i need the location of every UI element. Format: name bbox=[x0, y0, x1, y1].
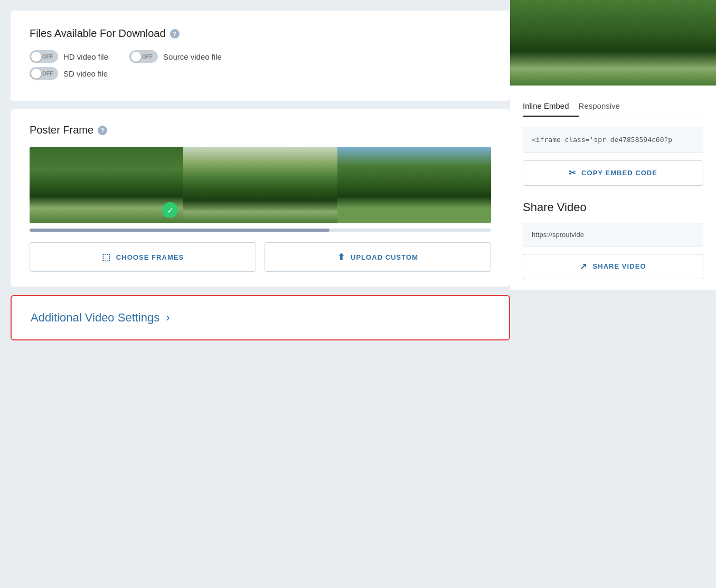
share-url-box: https://sproutvide bbox=[523, 223, 703, 246]
source-toggle-knob bbox=[131, 52, 141, 62]
choose-frames-button[interactable]: ⬚ CHOOSE FRAMES bbox=[30, 242, 256, 272]
chevron-right-icon: › bbox=[166, 311, 169, 325]
additional-settings-title-text: Additional Video Settings bbox=[31, 311, 159, 325]
poster-frame-card: Poster Frame ? ✓ ⬚ CHOOSE FRAMES bbox=[11, 109, 510, 287]
embed-tabs: Inline Embed Responsive bbox=[523, 96, 703, 117]
sidebar-video-preview bbox=[510, 0, 716, 86]
frame-thumb-1[interactable]: ✓ bbox=[30, 147, 183, 223]
sidebar-panel: Inline Embed Responsive <iframe class='s… bbox=[510, 86, 716, 290]
files-available-card: Files Available For Download ? OFF HD vi… bbox=[11, 11, 510, 101]
poster-frame-help-icon[interactable]: ? bbox=[98, 126, 107, 135]
upload-custom-icon: ⬆ bbox=[337, 252, 345, 263]
copy-embed-button[interactable]: COPY EMBED CODE bbox=[523, 160, 703, 186]
upload-custom-label: UPLOAD CUSTOM bbox=[351, 253, 418, 261]
hd-video-toggle[interactable]: OFF bbox=[30, 50, 58, 63]
toggle-item-source: OFF Source video file bbox=[129, 50, 222, 63]
toggle-row-2: OFF SD video file bbox=[30, 67, 491, 80]
inline-embed-tab-label: Inline Embed bbox=[523, 101, 569, 110]
source-video-toggle[interactable]: OFF bbox=[129, 50, 158, 63]
video-preview-image bbox=[510, 0, 716, 86]
sd-video-label: SD video file bbox=[63, 69, 108, 78]
embed-code-text: <iframe class='spr de47858594c60?p bbox=[532, 136, 672, 144]
sd-toggle-knob bbox=[31, 69, 41, 79]
hd-toggle-label: OFF bbox=[42, 54, 53, 60]
right-sidebar: Inline Embed Responsive <iframe class='s… bbox=[510, 0, 716, 588]
share-video-button[interactable]: SHARE VIDEO bbox=[523, 254, 703, 279]
scissors-icon bbox=[569, 168, 576, 178]
toggle-row-1: OFF HD video file OFF Source video file bbox=[30, 50, 491, 63]
sd-toggle-label: OFF bbox=[42, 71, 53, 77]
additional-video-settings-card[interactable]: Additional Video Settings › bbox=[11, 295, 510, 340]
responsive-tab-label: Responsive bbox=[579, 101, 620, 110]
share-video-label: SHARE VIDEO bbox=[593, 262, 646, 270]
additional-settings-title: Additional Video Settings › bbox=[31, 311, 490, 325]
files-help-icon[interactable]: ? bbox=[170, 29, 180, 39]
poster-frame-title: Poster Frame ? bbox=[30, 124, 491, 136]
frame-thumb-2[interactable] bbox=[183, 147, 337, 223]
files-section-title: Files Available For Download ? bbox=[30, 27, 491, 40]
frame-scrollbar[interactable] bbox=[30, 229, 491, 232]
choose-frames-label: CHOOSE FRAMES bbox=[116, 253, 184, 261]
choose-frames-icon: ⬚ bbox=[102, 252, 111, 263]
selected-checkmark: ✓ bbox=[162, 202, 178, 218]
share-video-title: Share Video bbox=[523, 201, 703, 214]
hd-toggle-knob bbox=[31, 52, 41, 62]
share-icon bbox=[580, 261, 587, 271]
frame-thumbnails: ✓ bbox=[30, 147, 491, 223]
copy-embed-label: COPY EMBED CODE bbox=[581, 169, 657, 177]
poster-frame-title-text: Poster Frame bbox=[30, 124, 93, 136]
source-toggle-label: OFF bbox=[142, 54, 153, 60]
frame-buttons: ⬚ CHOOSE FRAMES ⬆ UPLOAD CUSTOM bbox=[30, 242, 491, 272]
page-layout: Files Available For Download ? OFF HD vi… bbox=[0, 0, 716, 588]
tab-responsive[interactable]: Responsive bbox=[579, 96, 629, 117]
share-url-text: https://sproutvide bbox=[532, 231, 584, 239]
embed-code-box: <iframe class='spr de47858594c60?p bbox=[523, 127, 703, 153]
toggle-item-hd: OFF HD video file bbox=[30, 50, 108, 63]
files-title-text: Files Available For Download bbox=[30, 27, 166, 40]
source-video-label: Source video file bbox=[163, 52, 222, 61]
toggle-item-sd: OFF SD video file bbox=[30, 67, 108, 80]
upload-custom-button[interactable]: ⬆ UPLOAD CUSTOM bbox=[265, 242, 491, 272]
sd-video-toggle[interactable]: OFF bbox=[30, 67, 58, 80]
frame-thumb-3[interactable] bbox=[337, 147, 491, 223]
main-content: Files Available For Download ? OFF HD vi… bbox=[0, 0, 510, 588]
frame-scrollbar-thumb bbox=[30, 229, 329, 232]
tab-inline-embed[interactable]: Inline Embed bbox=[523, 96, 579, 117]
hd-video-label: HD video file bbox=[63, 52, 108, 61]
